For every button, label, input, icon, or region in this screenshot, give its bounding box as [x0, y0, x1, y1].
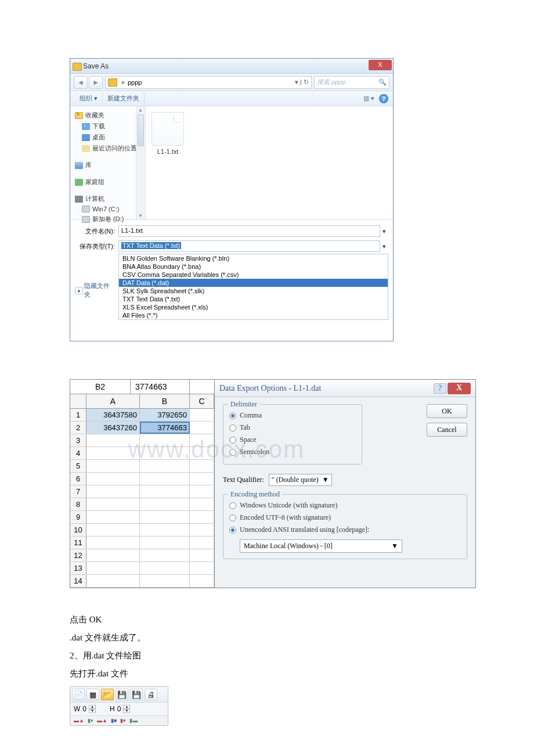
row-header-8[interactable]: 8 [70, 498, 86, 510]
cell-B14[interactable] [140, 575, 190, 587]
type-opt-bna[interactable]: BNA Atlas Boundary (*.bna) [119, 262, 388, 271]
radio-utf8[interactable]: Encoded UTF-8 (with signature) [229, 512, 461, 524]
cell-A10[interactable] [86, 524, 140, 536]
newfolder-button[interactable]: 新建文件夹 [103, 93, 145, 104]
col-C[interactable]: C [190, 394, 214, 408]
organize-button[interactable]: 组织 ▾ [75, 93, 103, 104]
cell-C5[interactable] [190, 460, 214, 472]
cell-C9[interactable] [190, 511, 214, 523]
radio-space[interactable]: Space [229, 434, 356, 446]
cell-C11[interactable] [190, 537, 214, 549]
cell-B13[interactable] [140, 562, 190, 574]
radio-semicolon[interactable]: Semicolon [229, 446, 356, 458]
radio-ansi[interactable]: Unencoded ANSI translated using [codepag… [229, 524, 461, 536]
view-button[interactable]: ▥ ▾ [363, 95, 374, 102]
cell-B8[interactable] [140, 498, 190, 510]
row-header-5[interactable]: 5 [70, 460, 86, 472]
type-opt-slk[interactable]: SLK Sylk Spreadsheet (*.slk) [119, 287, 388, 295]
glyph-1[interactable]: ▬▲ [74, 718, 84, 723]
cancel-button[interactable]: Cancel [427, 423, 467, 437]
row-header-6[interactable]: 6 [70, 473, 86, 485]
type-dropdown[interactable]: ▾ [380, 243, 388, 250]
cell-B5[interactable] [140, 460, 190, 472]
type-opt-csv[interactable]: CSV Comma Separated Variables (*.csv) [119, 271, 388, 279]
tree-computer[interactable]: 计算机 [75, 193, 144, 204]
help-icon[interactable]: ? [379, 94, 388, 103]
file-item[interactable]: L1-1.txt [151, 112, 184, 155]
row-header-4[interactable]: 4 [70, 447, 86, 459]
cell-C10[interactable] [190, 524, 214, 536]
tree-downloads[interactable]: 下载 [75, 121, 144, 132]
row-header-2[interactable]: 2 [70, 422, 86, 434]
row-header-11[interactable]: 11 [70, 537, 86, 549]
row-header-14[interactable]: 14 [70, 575, 86, 587]
codepage-select[interactable]: Machine Local (Windows) - [0]▼ [240, 539, 402, 553]
cell-C3[interactable] [190, 434, 214, 447]
cell-C8[interactable] [190, 498, 214, 510]
saveas-icon[interactable]: 💾 [130, 689, 143, 700]
cell-A14[interactable] [86, 575, 140, 587]
cell-A1[interactable]: 36437580 [86, 409, 140, 421]
nav-fwd-button[interactable]: ► [89, 76, 103, 89]
cell-B9[interactable] [140, 511, 190, 523]
cell-C13[interactable] [190, 562, 214, 574]
type-opt-bln[interactable]: BLN Golden Software Blanking (*.bln) [119, 254, 388, 262]
print-icon[interactable]: 🖨 [145, 689, 157, 700]
ok-button[interactable]: OK [427, 404, 467, 418]
type-input[interactable]: TXT Text Data (*.txt) [118, 240, 380, 252]
cell-A2[interactable]: 36437260 [86, 422, 140, 434]
glyph-6[interactable]: ▮▬ [129, 718, 138, 723]
search-input[interactable]: 搜索 pppp 🔍 [314, 76, 389, 89]
tree-scrollbar[interactable] [136, 106, 145, 219]
cell-C1[interactable] [190, 409, 214, 421]
radio-tab[interactable]: Tab [229, 422, 356, 434]
cell-A9[interactable] [86, 511, 140, 523]
tree-favorites[interactable]: 收藏夹 [75, 110, 144, 121]
radio-unicode[interactable]: Windows Unicode (with signature) [229, 499, 461, 512]
col-B[interactable]: B [140, 394, 190, 408]
select-all[interactable] [70, 394, 86, 408]
cell-A8[interactable] [86, 498, 140, 510]
cell-A7[interactable] [86, 485, 140, 498]
cell-C7[interactable] [190, 485, 214, 498]
hide-folders-button[interactable]: 隐藏文件夹 [75, 282, 116, 299]
glyph-2[interactable]: ▮▾ [88, 718, 93, 723]
nav-back-button[interactable]: ◄ [74, 76, 88, 89]
open-icon[interactable]: 📂 [101, 689, 114, 700]
help-button[interactable]: ? [434, 383, 446, 394]
glyph-3[interactable]: ▬▲ [97, 718, 107, 723]
breadcrumb[interactable]: ▸ pppp ▾ | ↻ [105, 76, 312, 89]
cell-A11[interactable] [86, 537, 140, 549]
row-header-7[interactable]: 7 [70, 485, 86, 498]
row-header-3[interactable]: 3 [70, 434, 86, 447]
row-header-9[interactable]: 9 [70, 511, 86, 523]
row-header-10[interactable]: 10 [70, 524, 86, 536]
cell-C4[interactable] [190, 447, 214, 459]
radio-comma[interactable]: Comma [229, 409, 356, 422]
cell-A4[interactable] [86, 447, 140, 459]
tree-recent[interactable]: 最近访问的位置 [75, 143, 144, 154]
tree-win7[interactable]: Win7 (C:) [75, 204, 144, 214]
row-header-1[interactable]: 1 [70, 409, 86, 421]
cell-ref[interactable]: B2 [70, 380, 131, 394]
H-spinner[interactable]: ▲▼ [123, 705, 130, 713]
cell-B6[interactable] [140, 473, 190, 485]
W-spinner[interactable]: ▲▼ [89, 705, 96, 713]
cell-B11[interactable] [140, 537, 190, 549]
cell-A12[interactable] [86, 549, 140, 561]
row-header-12[interactable]: 12 [70, 549, 86, 561]
cell-B7[interactable] [140, 485, 190, 498]
glyph-5[interactable]: ▮▾ [120, 718, 126, 723]
cell-C2[interactable] [190, 422, 214, 434]
tree-newvol[interactable]: 新加卷 (D:) [75, 214, 144, 225]
new-icon[interactable]: 📄 [72, 689, 85, 700]
cell-A6[interactable] [86, 473, 140, 485]
cell-B3[interactable] [140, 434, 190, 447]
glyph-4[interactable]: ▮■ [111, 718, 117, 723]
cell-A3[interactable] [86, 434, 140, 447]
filename-dropdown[interactable]: ▾ [380, 228, 388, 235]
grid-icon[interactable]: ▦ [86, 689, 99, 700]
row-header-13[interactable]: 13 [70, 562, 86, 574]
cell-C6[interactable] [190, 473, 214, 485]
cell-B10[interactable] [140, 524, 190, 536]
